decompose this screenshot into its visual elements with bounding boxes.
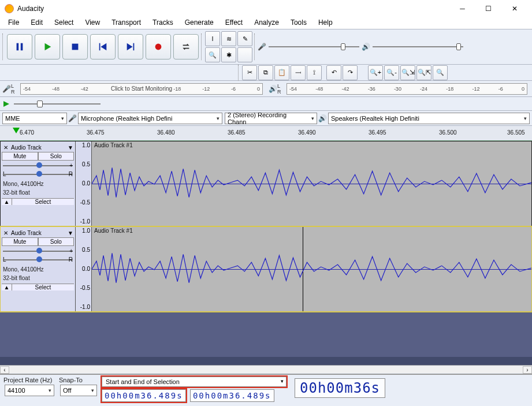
track-2[interactable]: ✕ Audio Track ▼ Mute Solo -+ LR Mono, 44… (0, 226, 532, 312)
mute-button[interactable]: Mute (2, 237, 38, 246)
svg-marker-2 (45, 43, 51, 51)
silence-icon[interactable]: ⟟ (307, 65, 322, 80)
gain-slider[interactable]: -+ (3, 162, 73, 169)
scroll-left-icon[interactable]: ‹ (0, 366, 9, 374)
rec-level-slider[interactable] (341, 43, 345, 50)
stop-button[interactable] (62, 34, 88, 59)
pan-slider[interactable]: LR (3, 171, 73, 178)
collapse-button[interactable]: ▲ (2, 284, 12, 290)
selection-end-time[interactable]: 00h00m36.489s (190, 389, 274, 402)
h-scrollbar[interactable]: ‹ › (0, 365, 532, 374)
waveform[interactable]: Audio Track #1 (92, 227, 531, 311)
timeshift-tool-icon[interactable]: ✱ (221, 47, 236, 62)
menu-help[interactable]: Help (312, 17, 338, 29)
svg-marker-5 (101, 43, 106, 51)
menu-edit[interactable]: Edit (25, 17, 49, 29)
svg-rect-1 (21, 43, 23, 51)
selection-mode-combo[interactable]: Start and End of Selection (102, 377, 287, 387)
clip-label: Audio Track #1 (94, 228, 133, 234)
multi-tool-icon[interactable] (237, 47, 252, 62)
audio-host-combo[interactable]: MME (2, 113, 67, 124)
playback-meter-icon (269, 85, 277, 93)
project-rate-combo[interactable]: 44100 (5, 385, 54, 396)
play-device-combo[interactable]: Speakers (Realtek High Definiti (328, 113, 530, 124)
rec-channels-combo[interactable]: 2 (Stereo) Recording Chann (225, 113, 317, 124)
play-level-slider[interactable] (456, 43, 461, 50)
waveform[interactable]: Audio Track #1 (92, 141, 531, 226)
selection-start-time[interactable]: 00h00m36.489s (102, 389, 186, 402)
audio-position[interactable]: 00h00m36s (295, 378, 385, 398)
track-name[interactable]: Audio Track (10, 230, 67, 236)
track-control-panel[interactable]: ✕ Audio Track ▼ Mute Solo -+ LR Mono, 44… (1, 141, 76, 226)
track-close-button[interactable]: ✕ (2, 144, 10, 151)
track-close-button[interactable]: ✕ (2, 230, 10, 236)
menu-effect[interactable]: Effect (220, 17, 248, 29)
skip-start-button[interactable] (90, 34, 116, 59)
menu-view[interactable]: View (79, 17, 106, 29)
solo-button[interactable]: Solo (38, 152, 75, 161)
minimize-button[interactable]: ─ (449, 1, 475, 17)
gain-slider[interactable]: -+ (3, 248, 73, 255)
playback-meter[interactable]: -54-48-42 -36-30-24 -18-12-60 (287, 83, 527, 95)
zoom-in-icon[interactable]: 🔍+ (368, 65, 383, 80)
record-button[interactable] (146, 34, 171, 59)
zoom-tool-icon[interactable]: 🔍 (205, 47, 220, 62)
play-at-speed (0, 97, 532, 111)
play-speed-slider[interactable] (14, 103, 101, 105)
play-button[interactable] (35, 34, 60, 59)
rec-device-icon (68, 114, 77, 122)
pause-button[interactable] (7, 34, 32, 59)
menu-generate[interactable]: Generate (179, 17, 220, 29)
menu-transport[interactable]: Transport (106, 17, 147, 29)
mute-button[interactable]: Mute (2, 152, 38, 161)
tracks-area: ✕ Audio Track ▼ Mute Solo -+ LR Mono, 44… (0, 141, 532, 365)
draw-tool-icon[interactable]: ✎ (237, 31, 252, 46)
cut-icon[interactable]: ✂ (242, 65, 257, 80)
menu-tracks[interactable]: Tracks (147, 17, 179, 29)
track-control-panel[interactable]: ✕ Audio Track ▼ Mute Solo -+ LR Mono, 44… (1, 227, 76, 311)
svg-rect-4 (99, 43, 101, 51)
timeline-ruler[interactable]: 6.470 36.475 36.480 36.485 36.490 36.495… (0, 126, 532, 141)
track-menu-icon[interactable]: ▼ (67, 144, 74, 151)
collapse-button[interactable]: ▲ (2, 199, 12, 205)
menu-select[interactable]: Select (49, 17, 79, 29)
skip-end-button[interactable] (118, 34, 143, 59)
trim-icon[interactable]: ⟞ (291, 65, 306, 80)
zoom-out-icon[interactable]: 🔍- (384, 65, 399, 80)
menu-analyze[interactable]: Analyze (248, 17, 285, 29)
select-button[interactable]: Select (12, 199, 74, 205)
track-name[interactable]: Audio Track (10, 144, 67, 151)
project-rate-label: Project Rate (Hz) (3, 377, 55, 383)
scroll-right-icon[interactable]: › (523, 366, 532, 374)
svg-point-8 (155, 44, 162, 50)
mic-meter-icon (2, 85, 11, 93)
track-1[interactable]: ✕ Audio Track ▼ Mute Solo -+ LR Mono, 44… (0, 141, 532, 226)
record-meter[interactable]: LR Click to Start Monitoring -54-48-42 -… (0, 81, 532, 97)
snap-to-combo[interactable]: Off (60, 385, 97, 396)
envelope-tool-icon[interactable]: ≋ (221, 31, 236, 46)
loop-button[interactable] (173, 34, 199, 59)
zoom-toggle-icon[interactable]: 🔍 (433, 65, 448, 80)
undo-icon[interactable]: ↶ (326, 65, 341, 80)
svg-rect-0 (17, 43, 19, 51)
zoom-sel-icon[interactable]: 🔍⇲ (400, 65, 415, 80)
close-button[interactable]: ✕ (501, 1, 527, 17)
clip-label: Audio Track #1 (94, 142, 133, 148)
play-at-speed-icon[interactable] (2, 100, 10, 108)
redo-icon[interactable]: ↷ (343, 65, 358, 80)
menu-file[interactable]: File (2, 17, 25, 29)
speaker-icon (362, 43, 370, 51)
title-bar: Audacity ─ ☐ ✕ (0, 0, 532, 17)
pan-slider[interactable]: LR (3, 256, 73, 263)
playhead-icon[interactable] (13, 128, 20, 133)
zoom-fit-icon[interactable]: 🔍⇱ (416, 65, 431, 80)
selection-tool-icon[interactable]: I (205, 31, 220, 46)
rec-device-combo[interactable]: Microphone (Realtek High Defini (78, 113, 222, 124)
menu-tools[interactable]: Tools (285, 17, 312, 29)
maximize-button[interactable]: ☐ (475, 1, 501, 17)
select-button[interactable]: Select (12, 284, 74, 290)
paste-icon[interactable]: 📋 (274, 65, 289, 80)
track-menu-icon[interactable]: ▼ (67, 230, 74, 236)
copy-icon[interactable]: ⧉ (258, 65, 273, 80)
solo-button[interactable]: Solo (38, 237, 75, 246)
